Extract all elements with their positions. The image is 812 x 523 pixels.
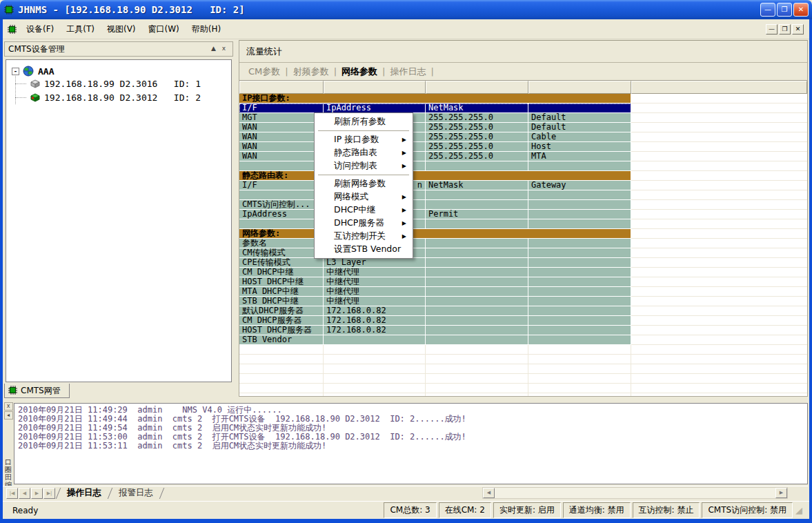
tab-operation-log[interactable]: 操作日志	[385, 66, 430, 78]
context-menu: 刷新所有参数IP 接口参数▶静态路由表▶访问控制表▶刷新网络参数网络模式▶DHC…	[314, 112, 413, 259]
table-header-cell[interactable]	[324, 81, 426, 94]
table-cell	[426, 277, 528, 287]
log-nav-button-2[interactable]: ◀	[19, 488, 30, 499]
status-segment-2: 在线CM: 2	[439, 502, 491, 518]
tree-root-label: AAA	[38, 66, 54, 77]
table-cell	[528, 258, 631, 268]
log-close-icon[interactable]: x	[4, 402, 13, 411]
tree-expander-icon[interactable]: -	[12, 68, 19, 75]
menu-item-4[interactable]: 窗口(W)	[142, 21, 186, 37]
table-cell: 255.255.255.0	[426, 132, 528, 142]
horizontal-scrollbar[interactable]: ◀ ▶	[482, 487, 788, 499]
app-logo-icon	[3, 4, 14, 15]
menu-item-5[interactable]: 帮助(H)	[186, 21, 227, 37]
log-nav-button-3[interactable]: ▶	[31, 488, 43, 499]
log-nav-button-4[interactable]: ▶|	[43, 488, 55, 499]
menu-item-3[interactable]: 视图(V)	[101, 21, 142, 37]
table-cell: 255.255.255.0	[426, 123, 528, 132]
mdi-restore-button[interactable]: ❐	[779, 24, 791, 34]
table-row[interactable]: CM DHCP中继中继代理	[239, 268, 807, 277]
tab-rf-params[interactable]: 射频参数	[288, 66, 334, 78]
table-cell: CM DHCP中继	[239, 268, 324, 277]
context-menu-item-set-stb-vendor[interactable]: 设置STB Vendor	[316, 243, 411, 256]
context-menu-item-refresh-network-params[interactable]: 刷新网络参数	[316, 177, 411, 190]
panel-collapse-icon[interactable]: ▲	[208, 44, 219, 54]
table-header-cell[interactable]	[528, 81, 631, 94]
submenu-arrow-icon: ▶	[402, 163, 406, 169]
sidebar-tab-cmts-nms[interactable]: CMTS网管	[4, 384, 70, 398]
table-header-cell[interactable]	[426, 81, 528, 94]
parameter-tab-bar: CM参数|射频参数|网络参数|操作日志|	[239, 63, 807, 81]
table-row[interactable]: STB DHCP中继中继代理	[239, 297, 807, 306]
table-row[interactable]: MTA DHCP中继中继代理	[239, 287, 807, 297]
bottom-tab-alarm-log[interactable]: 报警日志	[110, 486, 161, 500]
table-cell	[426, 219, 528, 229]
table-cell: MTA	[528, 152, 631, 161]
context-menu-item-dhcp-relay[interactable]: DHCP中继▶	[316, 204, 411, 217]
table-row[interactable]: HOST DHCP中继中继代理	[239, 277, 807, 287]
sidebar-tab-label: CMTS网管	[21, 385, 61, 397]
log-collapse-icon[interactable]: ◂	[4, 411, 13, 420]
device-tree: - AAA 192.168.18.99 D2.3016 ID: 1	[6, 59, 232, 382]
table-cell	[528, 268, 631, 277]
tab-cm-params[interactable]: CM参数	[244, 66, 285, 78]
mdi-close-button[interactable]: ✕	[792, 24, 804, 34]
table-cell: 172.168.0.82	[324, 316, 426, 326]
table-header-cell[interactable]	[239, 81, 324, 94]
panel-close-icon[interactable]: x	[219, 44, 229, 54]
table-header-cell[interactable]	[631, 81, 807, 94]
submenu-arrow-icon: ▶	[402, 194, 406, 200]
table-cell	[426, 297, 528, 306]
traffic-stats-button[interactable]: 流量统计	[246, 46, 282, 58]
table-cell	[426, 239, 528, 248]
restore-button[interactable]: ❐	[777, 3, 792, 17]
device-panel-header: CMTS设备管理 ▲ x	[4, 41, 233, 57]
tree-node-device-1[interactable]: 192.168.18.99 D2.3016 ID: 1	[30, 77, 201, 90]
table-row[interactable]: STB Vendor	[239, 335, 807, 345]
context-menu-item-ip-interface-params[interactable]: IP 接口参数▶	[316, 133, 411, 146]
section-label: 网络参数:	[239, 229, 631, 239]
table-row[interactable]: CM DHCP服务器172.168.0.82	[239, 316, 807, 326]
table-row[interactable]: CPE传输模式L3 Layer	[239, 258, 807, 268]
table-cell: Default	[528, 113, 631, 123]
submenu-arrow-icon: ▶	[402, 233, 406, 239]
log-entry: 2010年09月21日 11:53:11 admin cmts 2 启用CM状态…	[18, 442, 807, 451]
tree-device-label: 192.168.18.99 D2.3016 ID: 1	[44, 79, 201, 89]
table-row[interactable]: HOST DHCP服务器172.168.0.82	[239, 326, 807, 335]
tree-connector	[15, 83, 26, 84]
window-border-bottom	[0, 519, 812, 523]
menu-separator	[318, 175, 409, 175]
context-menu-item-dhcp-server[interactable]: DHCP服务器▶	[316, 217, 411, 230]
mdi-minimize-button[interactable]: —	[766, 24, 778, 34]
table-cell: Permit	[426, 210, 528, 219]
table-cell: CMTS访问控制...	[239, 200, 324, 210]
bottom-tab-operation-log[interactable]: 操作日志	[59, 486, 110, 500]
context-menu-item-network-mode[interactable]: 网络模式▶	[316, 190, 411, 204]
table-cell	[239, 161, 324, 171]
scroll-left-icon[interactable]: ◀	[483, 488, 495, 498]
scroll-right-icon[interactable]: ▶	[775, 488, 787, 498]
tree-node-device-2[interactable]: 192.168.18.90 D2.3012 ID: 2	[30, 90, 201, 104]
table-cell: 中继代理	[324, 277, 426, 287]
table-cell	[528, 248, 631, 258]
table-cell: 中继代理	[324, 268, 426, 277]
context-menu-item-access-control-switch[interactable]: 互访控制开关▶	[316, 230, 411, 243]
context-menu-item-refresh-all-params[interactable]: 刷新所有参数	[316, 115, 411, 128]
log-nav-button-1[interactable]: |◀	[6, 488, 18, 499]
menu-item-2[interactable]: 工具(T)	[60, 21, 101, 37]
table-header	[239, 81, 807, 94]
resize-grip[interactable]: ◢	[795, 505, 805, 516]
table-cell	[324, 335, 426, 345]
submenu-arrow-icon: ▶	[402, 150, 406, 156]
context-menu-item-access-control-table[interactable]: 访问控制表▶	[316, 159, 411, 172]
tab-network-params[interactable]: 网络参数	[337, 66, 382, 78]
table-cell: CPE传输模式	[239, 258, 324, 268]
tree-node-root[interactable]: - AAA	[12, 64, 54, 78]
minimize-button[interactable]: —	[760, 3, 775, 17]
menu-item-1[interactable]: 设备(F)	[20, 21, 60, 37]
table-section-row[interactable]: IP接口参数:	[239, 94, 807, 103]
close-button[interactable]: ✕	[793, 3, 809, 17]
table-row[interactable]: 默认DHCP服务器172.168.0.82	[239, 306, 807, 316]
context-menu-item-static-route-table[interactable]: 静态路由表▶	[316, 146, 411, 159]
table-row-selected[interactable]: I/FIpAddressNetMask	[239, 103, 807, 113]
